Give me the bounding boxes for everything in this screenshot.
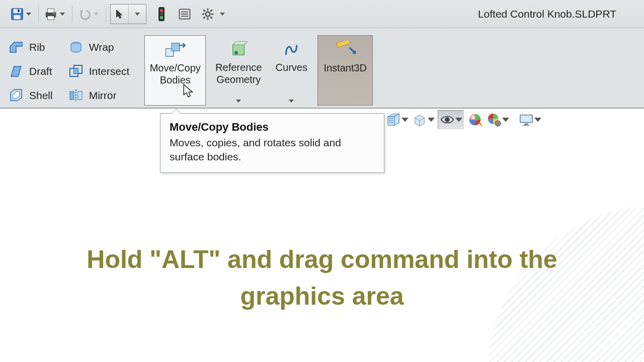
svg-line-24	[203, 17, 205, 19]
select-tool-dropdown[interactable]	[129, 5, 146, 24]
svg-line-21	[203, 10, 205, 12]
print-icon	[43, 6, 59, 22]
view-toolbar	[385, 110, 541, 129]
wrap-label: Wrap	[89, 41, 114, 53]
svg-rect-44	[520, 115, 532, 123]
document-title: Lofted Control Knob.SLDPRT	[478, 0, 616, 28]
reference-geometry-dropdown-icon[interactable]	[208, 100, 269, 103]
selection-mode-split-button[interactable]	[110, 4, 146, 24]
intersect-icon	[67, 62, 85, 80]
svg-rect-3	[18, 9, 20, 12]
mirror-button[interactable]: Mirror	[67, 83, 135, 108]
reference-geometry-button[interactable]: Reference Geometry	[208, 35, 269, 106]
move-copy-label: Move/Copy Bodies	[150, 62, 201, 86]
instruction-overlay-text: Hold "ALT" and drag command into the gra…	[0, 241, 644, 314]
separator	[38, 6, 39, 22]
intersect-label: Intersect	[89, 65, 130, 77]
svg-point-9	[160, 9, 163, 12]
undo-dropdown-icon[interactable]	[93, 13, 100, 16]
draft-button[interactable]: Draft	[7, 59, 58, 83]
rib-label: Rib	[29, 41, 45, 53]
section-view-button[interactable]	[385, 112, 409, 128]
settings-dropdown-icon[interactable]	[219, 13, 226, 16]
curves-button[interactable]: Curves	[271, 35, 311, 106]
reference-geometry-label: Reference Geometry	[215, 61, 262, 85]
cursor-icon	[182, 84, 195, 98]
cube-icon	[412, 112, 428, 128]
color-ball-gear-icon	[486, 112, 502, 128]
dropdown-icon[interactable]	[401, 118, 409, 122]
intersect-button[interactable]: Intersect	[67, 59, 135, 83]
svg-rect-2	[14, 15, 20, 19]
settings-button[interactable]	[200, 4, 226, 24]
dropdown-icon[interactable]	[455, 118, 462, 122]
svg-rect-36	[337, 41, 351, 47]
svg-line-23	[210, 10, 212, 12]
tooltip: Move/Copy Bodies Moves, copies, and rota…	[160, 113, 384, 173]
render-button[interactable]	[518, 112, 541, 128]
svg-rect-30	[78, 92, 82, 100]
save-dropdown-icon[interactable]	[25, 13, 32, 16]
rib-button[interactable]: Rib	[7, 35, 58, 59]
mirror-label: Mirror	[89, 89, 117, 102]
rib-icon	[7, 38, 25, 56]
shell-button[interactable]: Shell	[7, 83, 58, 108]
appearance-button[interactable]	[467, 112, 483, 128]
print-button[interactable]	[43, 4, 66, 24]
wrap-icon	[67, 38, 85, 56]
scene-button[interactable]	[486, 112, 509, 128]
print-dropdown-icon[interactable]	[59, 13, 66, 16]
svg-point-43	[495, 121, 501, 126]
section-view-icon	[385, 112, 401, 128]
separator	[72, 6, 72, 22]
mirror-icon	[67, 86, 85, 105]
svg-point-10	[160, 12, 163, 15]
svg-rect-33	[172, 43, 180, 51]
move-copy-icon	[163, 40, 187, 60]
view-orientation-button[interactable]	[412, 112, 435, 128]
svg-line-22	[210, 17, 212, 19]
features-ribbon: Rib Wrap Draft Intersect Shell Mirror Mo…	[0, 28, 644, 109]
svg-point-7	[53, 13, 55, 14]
svg-rect-45	[524, 124, 528, 125]
svg-rect-29	[70, 92, 74, 100]
shell-label: Shell	[29, 89, 53, 102]
svg-rect-6	[47, 16, 54, 20]
svg-point-11	[160, 16, 163, 19]
undo-icon	[76, 6, 93, 22]
quick-access-toolbar: Lofted Control Knob.SLDPRT	[0, 0, 644, 28]
instant3d-button[interactable]: Instant3D	[317, 35, 373, 106]
move-copy-bodies-button[interactable]: Move/Copy Bodies	[144, 35, 206, 106]
save-icon	[9, 6, 25, 22]
options-list-button[interactable]	[177, 4, 193, 24]
undo-button[interactable]	[76, 4, 100, 24]
list-icon	[177, 6, 193, 22]
dropdown-icon[interactable]	[428, 118, 435, 122]
reference-geometry-icon	[226, 39, 251, 59]
monitor-icon	[518, 112, 534, 128]
dropdown-icon[interactable]	[534, 118, 541, 122]
separator	[106, 6, 106, 22]
tooltip-title: Move/Copy Bodies	[170, 121, 375, 134]
color-ball-icon	[467, 112, 483, 128]
feature-small-commands: Rib Wrap Draft Intersect Shell Mirror	[7, 35, 134, 108]
svg-rect-5	[47, 9, 54, 13]
dropdown-icon[interactable]	[502, 118, 509, 122]
rebuild-button[interactable]	[153, 4, 170, 24]
curves-label: Curves	[276, 61, 307, 73]
draft-label: Draft	[29, 65, 52, 77]
wrap-button[interactable]: Wrap	[67, 35, 135, 59]
svg-rect-34	[233, 45, 245, 55]
svg-rect-46	[523, 125, 529, 126]
svg-point-40	[445, 117, 449, 122]
svg-rect-1	[14, 9, 21, 13]
instant3d-label: Instant3D	[324, 62, 367, 74]
display-style-button[interactable]	[438, 110, 464, 129]
select-tool-button[interactable]	[111, 5, 129, 24]
shell-icon	[7, 86, 25, 105]
gear-icon	[200, 6, 216, 22]
curves-dropdown-icon[interactable]	[271, 100, 311, 103]
save-button[interactable]	[9, 4, 32, 24]
svg-rect-28	[74, 68, 78, 73]
traffic-light-icon	[153, 6, 170, 22]
